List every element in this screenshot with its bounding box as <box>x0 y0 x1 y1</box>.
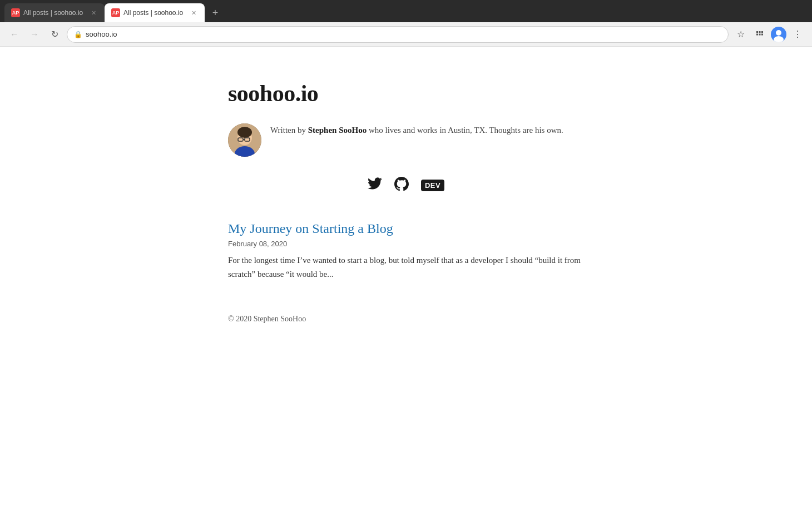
dev-icon: DEV <box>421 180 444 191</box>
svg-rect-3 <box>756 33 758 35</box>
bio-suffix: who lives and works in Austin, TX. Thoug… <box>367 126 563 135</box>
svg-point-7 <box>774 36 784 42</box>
post-title-link[interactable]: My Journey on Starting a Blog <box>228 221 584 236</box>
browser-tab-1[interactable]: AP All posts | soohoo.io ✕ <box>4 3 105 22</box>
svg-rect-4 <box>759 33 761 35</box>
svg-point-6 <box>776 30 781 36</box>
twitter-link[interactable] <box>368 177 382 193</box>
tab-close-2[interactable]: ✕ <box>189 8 198 17</box>
site-title: soohoo.io <box>228 80 584 107</box>
svg-rect-2 <box>761 31 763 33</box>
page-content: soohoo.io <box>0 47 812 517</box>
dev-link[interactable]: DEV <box>421 177 444 193</box>
svg-point-10 <box>237 127 252 138</box>
social-icons: DEV <box>228 177 584 193</box>
github-icon <box>394 177 409 193</box>
author-bio: Written by Stephen SooHoo who lives and … <box>270 123 563 137</box>
author-name: Stephen SooHoo <box>308 126 367 135</box>
new-tab-button[interactable]: + <box>207 5 224 21</box>
bookmark-button[interactable]: ☆ <box>733 27 749 42</box>
author-avatar <box>228 123 261 157</box>
forward-button[interactable]: → <box>27 27 42 42</box>
lock-icon: 🔒 <box>74 31 82 38</box>
svg-rect-1 <box>759 31 761 33</box>
browser-window: AP All posts | soohoo.io ✕ AP All posts … <box>0 0 812 517</box>
twitter-icon <box>368 177 382 193</box>
address-text: soohoo.io <box>86 30 117 38</box>
profile-button[interactable] <box>771 27 786 42</box>
profile-extensions-button[interactable] <box>752 27 768 42</box>
post-item: My Journey on Starting a Blog February 0… <box>228 221 584 281</box>
browser-tab-2[interactable]: AP All posts | soohoo.io ✕ <box>105 3 205 22</box>
tab-title-1: All posts | soohoo.io <box>23 9 86 17</box>
browser-titlebar: AP All posts | soohoo.io ✕ AP All posts … <box>0 0 812 22</box>
reload-button[interactable]: ↻ <box>47 27 62 42</box>
post-excerpt: For the longest time I’ve wanted to star… <box>228 253 584 281</box>
posts-list: My Journey on Starting a Blog February 0… <box>228 221 584 281</box>
post-date: February 08, 2020 <box>228 240 584 248</box>
back-button[interactable]: ← <box>7 27 22 42</box>
github-link[interactable] <box>394 177 409 193</box>
svg-rect-0 <box>756 31 758 33</box>
site-container: soohoo.io <box>217 80 595 324</box>
browser-toolbar: ← → ↻ 🔒 soohoo.io ☆ ⋮ <box>0 22 812 47</box>
tab-close-1[interactable]: ✕ <box>89 8 98 17</box>
copyright-text: © 2020 Stephen SooHoo <box>228 315 306 323</box>
tab-title-2: All posts | soohoo.io <box>123 9 186 17</box>
author-section: Written by Stephen SooHoo who lives and … <box>228 123 584 157</box>
menu-button[interactable]: ⋮ <box>790 27 805 42</box>
tab-favicon-1: AP <box>11 8 20 17</box>
toolbar-right: ☆ ⋮ <box>733 27 805 42</box>
tab-favicon-2: AP <box>111 8 120 17</box>
svg-rect-5 <box>761 33 763 35</box>
site-footer: © 2020 Stephen SooHoo <box>228 315 584 324</box>
bio-prefix: Written by <box>270 126 308 135</box>
address-bar[interactable]: 🔒 soohoo.io <box>67 26 729 43</box>
